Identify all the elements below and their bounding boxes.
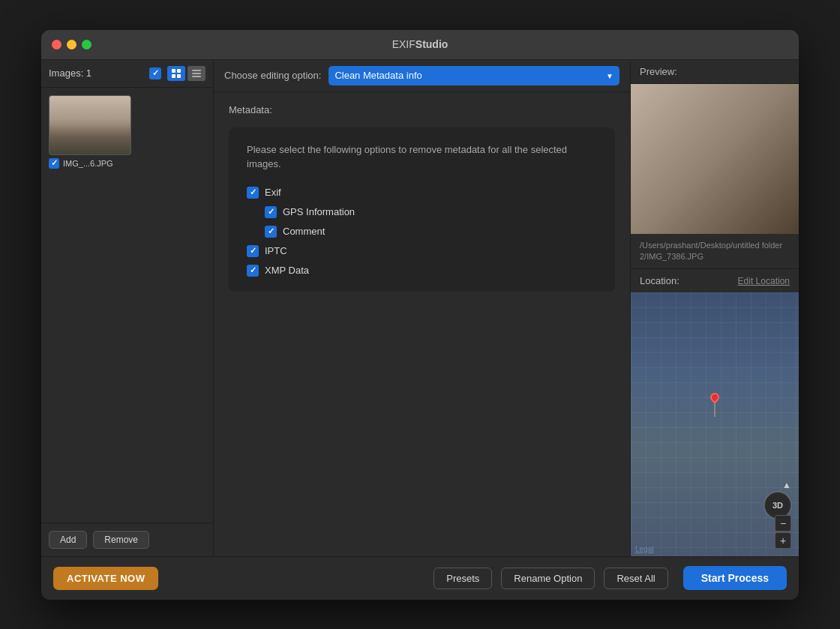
map-pin [710,393,719,417]
exif-label: Exif [265,187,281,198]
image-checkbox[interactable] [49,158,59,169]
zoom-in-button[interactable]: + [775,532,791,549]
arrow-up-icon[interactable]: ▲ [782,480,791,490]
metadata-title: Metadata: [229,104,615,115]
maximize-button[interactable] [82,40,92,49]
preview-photo [631,84,799,234]
images-grid: IMG_...6.JPG [41,88,213,523]
center-panel: Choose editing option: Clean Metadata in… [214,60,630,556]
image-filename: IMG_...6.JPG [63,159,113,168]
presets-button[interactable]: Presets [434,568,492,589]
location-header: Location: Edit Location [631,269,799,292]
editing-option-label: Choose editing option: [224,70,321,81]
svg-rect-3 [177,74,181,78]
svg-rect-5 [192,73,201,74]
title-bar: EXIFStudio [41,30,799,60]
gps-option: GPS Information [265,206,597,218]
preview-header: Preview: [631,60,799,84]
zoom-out-button[interactable]: − [775,515,791,532]
bottom-bar: ACTIVATE NOW Presets Rename Option Reset… [41,556,799,600]
traffic-lights [52,40,92,49]
gps-label: GPS Information [283,206,355,217]
minimize-button[interactable] [67,40,76,49]
start-process-button[interactable]: Start Process [683,566,787,590]
list-icon [191,68,202,79]
svg-rect-6 [192,76,201,77]
comment-checkbox[interactable] [265,226,277,238]
right-panel: Preview: /Users/prashant/Desktop/untitle… [630,60,799,556]
map-area[interactable]: ▲ 3D − + Legal [631,292,799,556]
comment-label: Comment [283,226,325,237]
editing-select-wrapper: Clean Metadata info ▼ [328,66,620,85]
title-studio: Studio [416,38,448,50]
metadata-box: Please select the following options to r… [229,127,615,292]
map-zoom-controls: − + [775,515,791,549]
metadata-section: Metadata: Please select the following op… [214,92,630,556]
images-count-label: Images: 1 [49,67,143,79]
title-exif: EXIF [392,38,416,50]
left-panel-header: Images: 1 [41,60,213,88]
map-nav-arrows[interactable]: ▲ [782,480,791,490]
image-select: IMG_...6.JPG [49,158,135,169]
iptc-checkbox[interactable] [247,245,259,257]
svg-rect-4 [192,70,201,71]
svg-rect-1 [177,69,181,73]
rename-option-button[interactable]: Rename Option [501,568,595,589]
image-path: /Users/prashant/Desktop/untitled folder … [631,234,799,270]
edit-location-link[interactable]: Edit Location [738,276,790,286]
app-window: EXIFStudio Images: 1 [41,30,799,600]
pin-dot [709,391,722,403]
list-view-button[interactable] [188,66,206,81]
list-item[interactable]: IMG_...6.JPG [49,95,135,169]
iptc-label: IPTC [265,245,287,256]
center-header: Choose editing option: Clean Metadata in… [214,60,630,92]
activate-button[interactable]: ACTIVATE NOW [53,567,158,590]
exif-checkbox[interactable] [247,187,259,199]
metadata-description: Please select the following options to r… [247,142,597,172]
grid-view-button[interactable] [167,66,185,81]
add-button[interactable]: Add [49,531,87,549]
svg-rect-2 [172,74,176,78]
legal-link[interactable]: Legal [635,545,653,553]
main-content: Images: 1 [41,60,799,556]
left-panel-footer: Add Remove [41,523,213,556]
select-all-checkbox[interactable] [149,67,161,79]
xmp-option: XMP Data [247,265,597,277]
xmp-checkbox[interactable] [247,265,259,277]
comment-option: Comment [265,226,597,238]
metadata-options: Exif GPS Information Comment IPTC [247,187,597,277]
remove-button[interactable]: Remove [93,531,149,549]
iptc-option: IPTC [247,245,597,257]
editing-option-select[interactable]: Clean Metadata info [328,66,620,85]
preview-image [631,84,799,234]
location-label: Location: [640,275,680,286]
grid-icon [171,68,182,79]
gps-checkbox[interactable] [265,206,277,218]
image-thumbnail [49,95,131,155]
exif-option: Exif [247,187,597,199]
xmp-label: XMP Data [265,265,309,276]
thumbnail-photo [50,96,130,154]
close-button[interactable] [52,40,62,49]
app-title: EXIFStudio [392,38,448,50]
view-toggle [167,66,206,81]
left-panel: Images: 1 [41,60,214,556]
svg-rect-0 [172,69,176,73]
reset-all-button[interactable]: Reset All [604,568,668,589]
